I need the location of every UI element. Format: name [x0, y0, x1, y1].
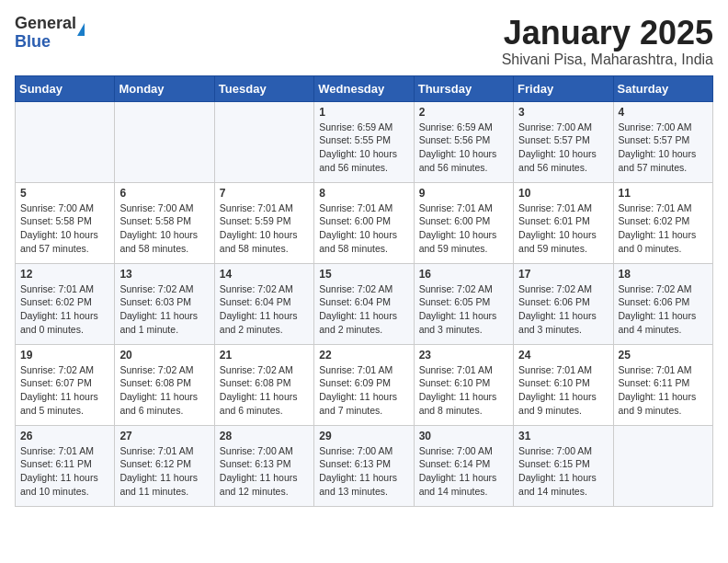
- calendar-cell: 2Sunrise: 6:59 AM Sunset: 5:56 PM Daylig…: [414, 101, 513, 182]
- calendar-table: Sunday Monday Tuesday Wednesday Thursday…: [15, 75, 713, 507]
- calendar-subtitle: Shivani Pisa, Maharashtra, India: [502, 52, 713, 68]
- calendar-cell: 16Sunrise: 7:02 AM Sunset: 6:05 PM Dayli…: [414, 263, 513, 344]
- day-number: 12: [20, 268, 109, 281]
- day-number: 26: [20, 430, 109, 442]
- day-number: 30: [419, 430, 508, 442]
- col-monday: Monday: [115, 75, 214, 101]
- calendar-header-row: Sunday Monday Tuesday Wednesday Thursday…: [16, 75, 713, 101]
- day-number: 7: [220, 187, 309, 200]
- day-info: Sunrise: 7:00 AM Sunset: 5:58 PM Dayligh…: [20, 201, 109, 256]
- calendar-cell: [214, 101, 313, 182]
- day-info: Sunrise: 7:00 AM Sunset: 5:57 PM Dayligh…: [619, 121, 708, 175]
- day-info: Sunrise: 7:00 AM Sunset: 6:13 PM Dayligh…: [220, 444, 309, 499]
- col-wednesday: Wednesday: [314, 75, 414, 101]
- col-thursday: Thursday: [414, 75, 513, 101]
- day-info: Sunrise: 7:00 AM Sunset: 6:14 PM Dayligh…: [419, 444, 508, 499]
- day-number: 6: [119, 187, 209, 200]
- day-info: Sunrise: 7:01 AM Sunset: 6:00 PM Dayligh…: [319, 201, 408, 256]
- day-number: 19: [20, 349, 109, 362]
- day-info: Sunrise: 6:59 AM Sunset: 5:55 PM Dayligh…: [319, 121, 408, 175]
- day-info: Sunrise: 7:02 AM Sunset: 6:07 PM Dayligh…: [20, 363, 109, 418]
- day-number: 16: [419, 268, 508, 281]
- day-info: Sunrise: 7:01 AM Sunset: 6:10 PM Dayligh…: [419, 363, 508, 418]
- day-number: 2: [419, 106, 508, 119]
- calendar-cell: 14Sunrise: 7:02 AM Sunset: 6:04 PM Dayli…: [214, 263, 313, 344]
- col-saturday: Saturday: [613, 75, 712, 101]
- day-number: 28: [220, 430, 309, 442]
- calendar-cell: 31Sunrise: 7:00 AM Sunset: 6:15 PM Dayli…: [514, 425, 613, 506]
- calendar-week-row: 1Sunrise: 6:59 AM Sunset: 5:55 PM Daylig…: [16, 101, 713, 182]
- day-number: 1: [319, 106, 408, 119]
- day-number: 23: [419, 349, 508, 362]
- calendar-cell: 3Sunrise: 7:00 AM Sunset: 5:57 PM Daylig…: [514, 101, 613, 182]
- calendar-cell: 6Sunrise: 7:00 AM Sunset: 5:58 PM Daylig…: [115, 182, 214, 263]
- calendar-cell: 10Sunrise: 7:01 AM Sunset: 6:01 PM Dayli…: [514, 182, 613, 263]
- calendar-cell: 23Sunrise: 7:01 AM Sunset: 6:10 PM Dayli…: [414, 344, 513, 425]
- day-number: 31: [518, 430, 608, 442]
- day-info: Sunrise: 7:01 AM Sunset: 6:02 PM Dayligh…: [20, 282, 109, 337]
- col-friday: Friday: [514, 75, 613, 101]
- header: General Blue January 2025 Shivani Pisa, …: [15, 15, 713, 68]
- day-number: 18: [619, 268, 708, 281]
- calendar-week-row: 26Sunrise: 7:01 AM Sunset: 6:11 PM Dayli…: [16, 425, 713, 506]
- day-info: Sunrise: 7:02 AM Sunset: 6:08 PM Dayligh…: [220, 363, 309, 418]
- calendar-cell: 29Sunrise: 7:00 AM Sunset: 6:13 PM Dayli…: [314, 425, 414, 506]
- logo-general-text: General: [15, 14, 76, 32]
- day-number: 3: [518, 106, 608, 119]
- day-number: 9: [419, 187, 508, 200]
- calendar-week-row: 19Sunrise: 7:02 AM Sunset: 6:07 PM Dayli…: [16, 344, 713, 425]
- day-number: 5: [20, 187, 109, 200]
- calendar-cell: 1Sunrise: 6:59 AM Sunset: 5:55 PM Daylig…: [314, 101, 414, 182]
- day-number: 25: [619, 349, 708, 362]
- day-info: Sunrise: 7:01 AM Sunset: 6:11 PM Dayligh…: [619, 363, 708, 418]
- calendar-cell: 17Sunrise: 7:02 AM Sunset: 6:06 PM Dayli…: [514, 263, 613, 344]
- calendar-cell: 25Sunrise: 7:01 AM Sunset: 6:11 PM Dayli…: [613, 344, 712, 425]
- calendar-cell: 11Sunrise: 7:01 AM Sunset: 6:02 PM Dayli…: [613, 182, 712, 263]
- day-info: Sunrise: 6:59 AM Sunset: 5:56 PM Dayligh…: [419, 121, 508, 175]
- calendar-cell: 22Sunrise: 7:01 AM Sunset: 6:09 PM Dayli…: [314, 344, 414, 425]
- calendar-cell: [16, 101, 115, 182]
- day-number: 14: [220, 268, 309, 281]
- day-number: 21: [220, 349, 309, 362]
- col-tuesday: Tuesday: [214, 75, 313, 101]
- calendar-cell: 20Sunrise: 7:02 AM Sunset: 6:08 PM Dayli…: [115, 344, 214, 425]
- calendar-cell: 4Sunrise: 7:00 AM Sunset: 5:57 PM Daylig…: [613, 101, 712, 182]
- day-info: Sunrise: 7:01 AM Sunset: 6:01 PM Dayligh…: [518, 201, 608, 256]
- logo-triangle-icon: [77, 23, 85, 36]
- calendar-cell: 13Sunrise: 7:02 AM Sunset: 6:03 PM Dayli…: [115, 263, 214, 344]
- day-info: Sunrise: 7:01 AM Sunset: 6:02 PM Dayligh…: [619, 201, 708, 256]
- calendar-cell: [115, 101, 214, 182]
- calendar-week-row: 5Sunrise: 7:00 AM Sunset: 5:58 PM Daylig…: [16, 182, 713, 263]
- day-number: 22: [319, 349, 408, 362]
- calendar-cell: 21Sunrise: 7:02 AM Sunset: 6:08 PM Dayli…: [214, 344, 313, 425]
- day-info: Sunrise: 7:02 AM Sunset: 6:03 PM Dayligh…: [119, 282, 209, 337]
- calendar-week-row: 12Sunrise: 7:01 AM Sunset: 6:02 PM Dayli…: [16, 263, 713, 344]
- calendar-cell: 12Sunrise: 7:01 AM Sunset: 6:02 PM Dayli…: [16, 263, 115, 344]
- page: General Blue January 2025 Shivani Pisa, …: [0, 0, 728, 516]
- day-info: Sunrise: 7:01 AM Sunset: 5:59 PM Dayligh…: [220, 201, 309, 256]
- calendar-cell: 28Sunrise: 7:00 AM Sunset: 6:13 PM Dayli…: [214, 425, 313, 506]
- day-number: 4: [619, 106, 708, 119]
- day-info: Sunrise: 7:00 AM Sunset: 6:13 PM Dayligh…: [319, 444, 408, 499]
- day-number: 15: [319, 268, 408, 281]
- day-info: Sunrise: 7:02 AM Sunset: 6:04 PM Dayligh…: [220, 282, 309, 337]
- logo: General Blue: [15, 15, 85, 52]
- calendar-cell: 19Sunrise: 7:02 AM Sunset: 6:07 PM Dayli…: [16, 344, 115, 425]
- day-number: 13: [119, 268, 209, 281]
- logo-blue-text: Blue: [15, 32, 51, 51]
- calendar-cell: 8Sunrise: 7:01 AM Sunset: 6:00 PM Daylig…: [314, 182, 414, 263]
- day-number: 10: [518, 187, 608, 200]
- title-block: January 2025 Shivani Pisa, Maharashtra, …: [502, 15, 713, 68]
- day-info: Sunrise: 7:02 AM Sunset: 6:05 PM Dayligh…: [419, 282, 508, 337]
- calendar-cell: [613, 425, 712, 506]
- day-info: Sunrise: 7:01 AM Sunset: 6:10 PM Dayligh…: [518, 363, 608, 418]
- day-info: Sunrise: 7:02 AM Sunset: 6:06 PM Dayligh…: [619, 282, 708, 337]
- calendar-title: January 2025: [502, 15, 713, 52]
- day-number: 11: [619, 187, 708, 200]
- calendar-cell: 26Sunrise: 7:01 AM Sunset: 6:11 PM Dayli…: [16, 425, 115, 506]
- calendar-cell: 24Sunrise: 7:01 AM Sunset: 6:10 PM Dayli…: [514, 344, 613, 425]
- calendar-cell: 18Sunrise: 7:02 AM Sunset: 6:06 PM Dayli…: [613, 263, 712, 344]
- day-info: Sunrise: 7:00 AM Sunset: 5:58 PM Dayligh…: [119, 201, 209, 256]
- col-sunday: Sunday: [16, 75, 115, 101]
- day-info: Sunrise: 7:02 AM Sunset: 6:06 PM Dayligh…: [518, 282, 608, 337]
